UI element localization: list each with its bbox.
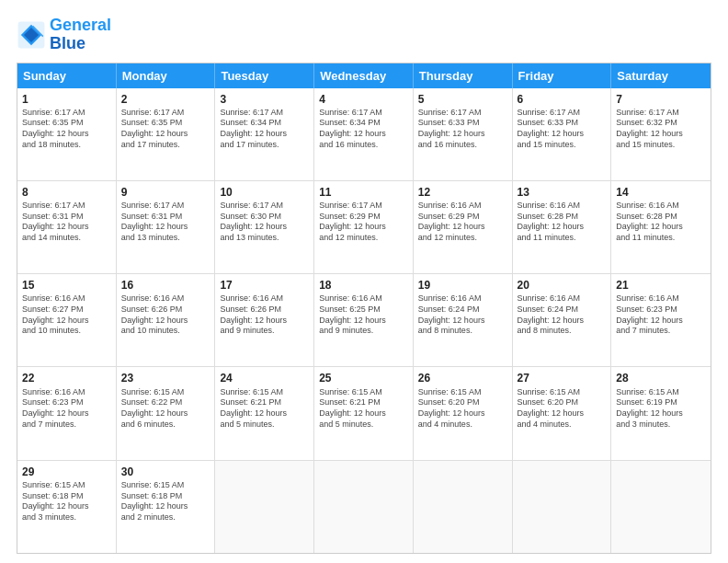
calendar-cell — [314, 461, 414, 553]
calendar-row: 15Sunrise: 6:16 AMSunset: 6:27 PMDayligh… — [17, 273, 711, 366]
day-number: 9 — [121, 185, 210, 200]
calendar-cell: 5Sunrise: 6:17 AMSunset: 6:33 PMDaylight… — [414, 88, 513, 180]
day-number: 14 — [616, 185, 706, 200]
day-details: Sunrise: 6:17 AMSunset: 6:34 PMDaylight:… — [220, 108, 309, 151]
day-number: 5 — [418, 92, 507, 107]
calendar-cell: 4Sunrise: 6:17 AMSunset: 6:34 PMDaylight… — [314, 88, 414, 180]
calendar-cell: 16Sunrise: 6:16 AMSunset: 6:26 PMDayligh… — [117, 274, 216, 366]
day-details: Sunrise: 6:17 AMSunset: 6:33 PMDaylight:… — [418, 108, 507, 151]
calendar-header: Sunday Monday Tuesday Wednesday Thursday… — [17, 63, 711, 88]
day-details: Sunrise: 6:16 AMSunset: 6:24 PMDaylight:… — [418, 293, 507, 337]
day-number: 29 — [22, 465, 111, 479]
day-number: 2 — [121, 92, 210, 107]
calendar-cell: 9Sunrise: 6:17 AMSunset: 6:31 PMDaylight… — [117, 181, 216, 273]
day-details: Sunrise: 6:16 AMSunset: 6:25 PMDaylight:… — [319, 293, 408, 337]
day-details: Sunrise: 6:16 AMSunset: 6:23 PMDaylight:… — [22, 387, 111, 431]
calendar-cell — [611, 461, 711, 553]
day-details: Sunrise: 6:15 AMSunset: 6:18 PMDaylight:… — [121, 480, 210, 523]
day-number: 25 — [319, 371, 408, 385]
day-number: 12 — [418, 185, 507, 200]
day-number: 19 — [418, 278, 507, 293]
day-number: 4 — [319, 92, 408, 107]
day-details: Sunrise: 6:16 AMSunset: 6:26 PMDaylight:… — [121, 293, 210, 337]
calendar-cell — [414, 461, 513, 553]
calendar-body: 1Sunrise: 6:17 AMSunset: 6:35 PMDaylight… — [17, 88, 711, 553]
calendar-cell: 29Sunrise: 6:15 AMSunset: 6:18 PMDayligh… — [17, 461, 117, 553]
calendar-cell: 23Sunrise: 6:15 AMSunset: 6:22 PMDayligh… — [117, 367, 216, 459]
day-details: Sunrise: 6:15 AMSunset: 6:20 PMDaylight:… — [418, 387, 507, 431]
header-sunday: Sunday — [17, 63, 117, 88]
day-details: Sunrise: 6:15 AMSunset: 6:20 PMDaylight:… — [518, 387, 607, 431]
day-details: Sunrise: 6:15 AMSunset: 6:19 PMDaylight:… — [616, 387, 706, 431]
calendar-cell: 26Sunrise: 6:15 AMSunset: 6:20 PMDayligh… — [414, 367, 513, 459]
day-number: 21 — [616, 278, 706, 293]
calendar-cell: 13Sunrise: 6:16 AMSunset: 6:28 PMDayligh… — [513, 181, 612, 273]
day-details: Sunrise: 6:16 AMSunset: 6:28 PMDaylight:… — [518, 201, 607, 244]
day-number: 8 — [22, 185, 111, 200]
day-number: 15 — [22, 278, 111, 293]
header-tuesday: Tuesday — [215, 63, 314, 88]
day-number: 20 — [518, 278, 607, 293]
calendar-cell — [513, 461, 612, 553]
day-details: Sunrise: 6:16 AMSunset: 6:23 PMDaylight:… — [616, 293, 706, 337]
day-details: Sunrise: 6:16 AMSunset: 6:29 PMDaylight:… — [418, 201, 507, 244]
calendar-cell: 14Sunrise: 6:16 AMSunset: 6:28 PMDayligh… — [611, 181, 711, 273]
calendar-cell: 8Sunrise: 6:17 AMSunset: 6:31 PMDaylight… — [17, 181, 117, 273]
calendar-cell: 7Sunrise: 6:17 AMSunset: 6:32 PMDaylight… — [611, 88, 711, 180]
day-number: 6 — [518, 92, 607, 107]
calendar-cell: 27Sunrise: 6:15 AMSunset: 6:20 PMDayligh… — [513, 367, 612, 459]
calendar-cell: 20Sunrise: 6:16 AMSunset: 6:24 PMDayligh… — [513, 274, 612, 366]
page: General Blue Sunday Monday Tuesday Wedne… — [0, 0, 728, 563]
calendar-cell: 24Sunrise: 6:15 AMSunset: 6:21 PMDayligh… — [215, 367, 314, 459]
day-details: Sunrise: 6:17 AMSunset: 6:34 PMDaylight:… — [319, 108, 408, 151]
day-number: 17 — [220, 278, 309, 293]
header-wednesday: Wednesday — [314, 63, 414, 88]
calendar-cell: 6Sunrise: 6:17 AMSunset: 6:33 PMDaylight… — [513, 88, 612, 180]
day-details: Sunrise: 6:16 AMSunset: 6:24 PMDaylight:… — [518, 293, 607, 337]
day-details: Sunrise: 6:16 AMSunset: 6:26 PMDaylight:… — [220, 293, 309, 337]
day-number: 1 — [22, 92, 111, 107]
calendar-cell: 12Sunrise: 6:16 AMSunset: 6:29 PMDayligh… — [414, 181, 513, 273]
calendar-cell: 19Sunrise: 6:16 AMSunset: 6:24 PMDayligh… — [414, 274, 513, 366]
day-number: 28 — [616, 371, 706, 385]
logo: General Blue — [17, 17, 111, 53]
day-details: Sunrise: 6:16 AMSunset: 6:28 PMDaylight:… — [616, 201, 706, 244]
day-details: Sunrise: 6:17 AMSunset: 6:32 PMDaylight:… — [616, 108, 706, 151]
day-number: 23 — [121, 371, 210, 385]
header-thursday: Thursday — [414, 63, 513, 88]
day-details: Sunrise: 6:15 AMSunset: 6:18 PMDaylight:… — [22, 480, 111, 523]
day-details: Sunrise: 6:17 AMSunset: 6:31 PMDaylight:… — [22, 201, 111, 244]
day-details: Sunrise: 6:15 AMSunset: 6:22 PMDaylight:… — [121, 387, 210, 431]
day-number: 26 — [418, 371, 507, 385]
header: General Blue — [17, 17, 711, 53]
day-number: 16 — [121, 278, 210, 293]
day-details: Sunrise: 6:17 AMSunset: 6:30 PMDaylight:… — [220, 201, 309, 244]
calendar-cell: 30Sunrise: 6:15 AMSunset: 6:18 PMDayligh… — [117, 461, 216, 553]
day-number: 10 — [220, 185, 309, 200]
day-number: 30 — [121, 465, 210, 479]
calendar-row: 1Sunrise: 6:17 AMSunset: 6:35 PMDaylight… — [17, 88, 711, 180]
calendar-row: 22Sunrise: 6:16 AMSunset: 6:23 PMDayligh… — [17, 366, 711, 459]
calendar-cell: 17Sunrise: 6:16 AMSunset: 6:26 PMDayligh… — [215, 274, 314, 366]
day-number: 13 — [518, 185, 607, 200]
day-details: Sunrise: 6:17 AMSunset: 6:29 PMDaylight:… — [319, 201, 408, 244]
day-details: Sunrise: 6:15 AMSunset: 6:21 PMDaylight:… — [319, 387, 408, 431]
logo-icon — [17, 20, 46, 50]
calendar-cell: 3Sunrise: 6:17 AMSunset: 6:34 PMDaylight… — [215, 88, 314, 180]
calendar-cell: 2Sunrise: 6:17 AMSunset: 6:35 PMDaylight… — [117, 88, 216, 180]
day-number: 7 — [616, 92, 706, 107]
calendar-cell: 15Sunrise: 6:16 AMSunset: 6:27 PMDayligh… — [17, 274, 117, 366]
calendar-cell: 22Sunrise: 6:16 AMSunset: 6:23 PMDayligh… — [17, 367, 117, 459]
day-details: Sunrise: 6:15 AMSunset: 6:21 PMDaylight:… — [220, 387, 309, 431]
header-friday: Friday — [513, 63, 612, 88]
calendar-row: 8Sunrise: 6:17 AMSunset: 6:31 PMDaylight… — [17, 180, 711, 273]
calendar: Sunday Monday Tuesday Wednesday Thursday… — [17, 63, 711, 554]
day-details: Sunrise: 6:16 AMSunset: 6:27 PMDaylight:… — [22, 293, 111, 337]
calendar-cell: 10Sunrise: 6:17 AMSunset: 6:30 PMDayligh… — [215, 181, 314, 273]
day-details: Sunrise: 6:17 AMSunset: 6:33 PMDaylight:… — [518, 108, 607, 151]
day-details: Sunrise: 6:17 AMSunset: 6:31 PMDaylight:… — [121, 201, 210, 244]
day-number: 11 — [319, 185, 408, 200]
day-details: Sunrise: 6:17 AMSunset: 6:35 PMDaylight:… — [121, 108, 210, 151]
calendar-cell: 11Sunrise: 6:17 AMSunset: 6:29 PMDayligh… — [314, 181, 414, 273]
day-number: 22 — [22, 371, 111, 385]
